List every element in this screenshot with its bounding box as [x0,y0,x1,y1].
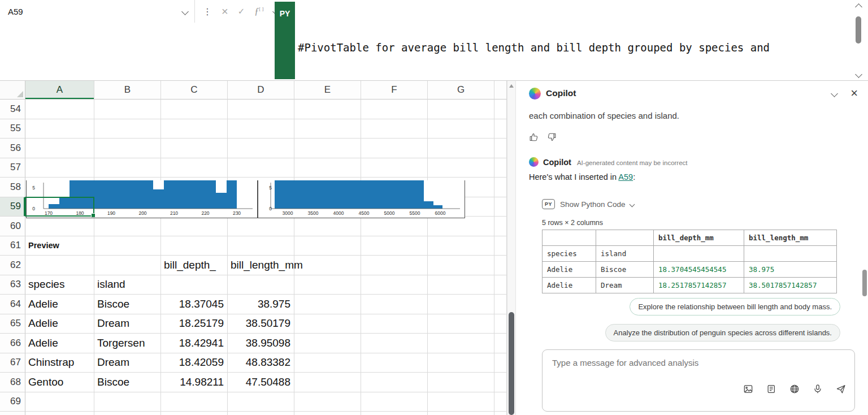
row-header-54[interactable]: 54 [0,100,25,119]
column-header-B[interactable]: B [94,81,161,100]
cell-D67[interactable]: 48.83382 [228,353,294,373]
formula-bar-scroll-down-icon[interactable] [855,71,862,78]
cell-A68[interactable]: Gentoo [25,373,94,392]
cell-F55[interactable] [361,119,428,139]
cell-C67[interactable]: 18.42059 [161,353,228,373]
cell-E66[interactable] [294,334,361,353]
cell-B66[interactable]: Torgersen [94,334,161,353]
cell-G66[interactable] [428,334,494,353]
formula-bar-scrollbar[interactable] [852,5,865,77]
cell-H60[interactable] [494,217,507,236]
column-header-E[interactable]: E [294,81,361,100]
cell-F66[interactable] [361,334,428,353]
cell-A57[interactable] [25,158,94,178]
cell-D60[interactable] [228,217,294,236]
cell-E56[interactable] [294,139,361,158]
cell-A[interactable] [25,412,94,415]
histogram-chart-body-mass[interactable]: 300035004000450050005500600050 [258,180,465,218]
panel-scrollbar-thumb[interactable] [862,270,867,296]
cell-D54[interactable] [228,100,294,119]
cell-C68[interactable]: 14.98211 [161,373,228,392]
cell-F68[interactable] [361,373,428,392]
copilot-input[interactable] [551,357,836,368]
cell-D56[interactable] [228,139,294,158]
panel-close-icon[interactable]: × [850,87,858,100]
cell-E[interactable] [294,412,361,415]
cell-E62[interactable] [294,256,361,275]
cell-G54[interactable] [428,100,494,119]
cell-F67[interactable] [361,353,428,373]
cell-E55[interactable] [294,119,361,139]
thumbs-down-icon[interactable] [547,132,557,142]
cell-C61[interactable] [161,236,228,256]
cell-D66[interactable]: 38.95098 [228,334,294,353]
cell-D65[interactable]: 38.50179 [228,314,294,334]
cell-H64[interactable] [494,295,507,314]
globe-icon[interactable] [789,384,800,394]
cell-C63[interactable] [161,275,228,295]
cell-C[interactable] [161,412,228,415]
cell-F[interactable] [361,412,428,415]
cell-B63[interactable]: island [94,275,161,295]
suggestion-pill[interactable]: Explore the relationship between bill le… [630,298,840,315]
cell-F56[interactable] [361,139,428,158]
cell-D55[interactable] [228,119,294,139]
cell-G68[interactable] [428,373,494,392]
cell-C66[interactable]: 18.42941 [161,334,228,353]
row-header-63[interactable]: 63 [0,275,25,295]
cell-G60[interactable] [428,217,494,236]
cell-H62[interactable] [494,256,507,275]
cell-B68[interactable]: Biscoe [94,373,161,392]
cell-A55[interactable] [25,119,94,139]
sheet-scroll-thumb[interactable] [509,312,514,415]
row-header-64[interactable]: 64 [0,295,25,314]
cell-G64[interactable] [428,295,494,314]
cell-H59[interactable] [494,197,507,217]
cell-B62[interactable] [94,256,161,275]
column-header-A[interactable]: A [25,81,94,100]
cell-H58[interactable] [494,178,507,197]
cell-B57[interactable] [94,158,161,178]
cell-H69[interactable] [494,392,507,412]
cell-F60[interactable] [361,217,428,236]
suggestion-pill[interactable]: Analyze the distribution of penguin spec… [605,324,840,341]
cell-E69[interactable] [294,392,361,412]
column-header-partial[interactable] [494,81,507,100]
cell-A66[interactable]: Adelie [25,334,94,353]
name-box[interactable]: A59 [0,0,195,23]
cell-B[interactable] [94,412,161,415]
row-header-60[interactable]: 60 [0,217,25,236]
name-box-dropdown-icon[interactable] [181,8,189,15]
cell-G62[interactable] [428,256,494,275]
cell-A65[interactable]: Adelie [25,314,94,334]
thumbs-up-icon[interactable] [529,132,539,142]
cell-E68[interactable] [294,373,361,392]
cell-G63[interactable] [428,275,494,295]
cell-G56[interactable] [428,139,494,158]
cell-F54[interactable] [361,100,428,119]
row-header-69[interactable]: 69 [0,392,25,412]
row-header-partial[interactable] [0,412,25,415]
histogram-chart-flipper-length[interactable]: 17018019020021022023050 [26,180,258,218]
column-header-G[interactable]: G [428,81,494,100]
cell-G61[interactable] [428,236,494,256]
cell-C57[interactable] [161,158,228,178]
cell-H63[interactable] [494,275,507,295]
cell-B69[interactable] [94,392,161,412]
enter-icon[interactable]: ✓ [238,6,245,16]
column-header-C[interactable]: C [161,81,228,100]
more-options-icon[interactable]: ⋮ [203,6,212,17]
cell-D64[interactable]: 38.975 [228,295,294,314]
cell-D57[interactable] [228,158,294,178]
cell-H57[interactable] [494,158,507,178]
cell-H68[interactable] [494,373,507,392]
cell-E54[interactable] [294,100,361,119]
cell-C55[interactable] [161,119,228,139]
cell-D61[interactable] [228,236,294,256]
cell-F62[interactable] [361,256,428,275]
row-header-58[interactable]: 58 [0,178,25,197]
cell-G67[interactable] [428,353,494,373]
cell-B67[interactable]: Dream [94,353,161,373]
cell-A62[interactable] [25,256,94,275]
cell-A69[interactable] [25,392,94,412]
